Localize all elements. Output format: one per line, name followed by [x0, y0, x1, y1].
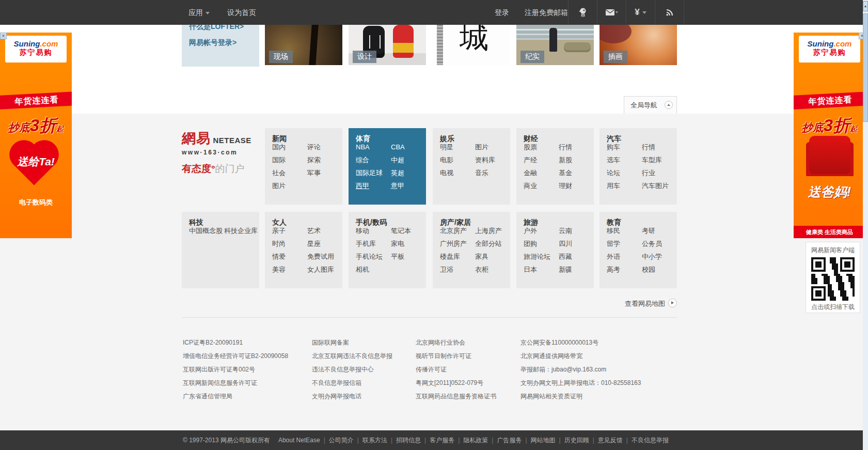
- nav-link[interactable]: 国际: [272, 156, 307, 165]
- nav-link[interactable]: 衣柜: [475, 265, 488, 274]
- nav-link[interactable]: 上海房产: [475, 226, 502, 236]
- lofter-login-link[interactable]: 网易帐号登录>: [189, 38, 236, 48]
- nav-link[interactable]: 云南: [559, 226, 572, 236]
- nav-link[interactable]: 四川: [559, 239, 572, 249]
- nav-link[interactable]: 意甲: [391, 181, 404, 191]
- footer-link[interactable]: 公司简介: [329, 436, 354, 445]
- nav-category-title[interactable]: 科技: [182, 212, 259, 224]
- nav-link[interactable]: 移民: [607, 226, 642, 236]
- nav-link[interactable]: 选车: [607, 156, 642, 165]
- nav-link[interactable]: CBA: [391, 143, 405, 151]
- global-nav-toggle-button[interactable]: 全局导航: [624, 96, 677, 114]
- nav-link[interactable]: 美容: [272, 265, 307, 274]
- footer-link[interactable]: 历史回顾: [564, 436, 589, 445]
- nav-link[interactable]: 家电: [391, 239, 404, 249]
- netease-bird-icon[interactable]: [568, 0, 597, 25]
- legal-link[interactable]: 互联网药品信息服务资格证书: [416, 390, 496, 403]
- nav-category-title[interactable]: 娱乐: [433, 128, 510, 141]
- login-link[interactable]: 登录: [495, 0, 509, 25]
- legal-link[interactable]: 广东省通信管理局: [183, 390, 288, 403]
- suning-ad-left[interactable]: × Suning.com 苏宁易购 年货连连看 抄底3折起 送给Ta! 电子数码…: [0, 33, 72, 238]
- collapse-up-icon[interactable]: [665, 101, 673, 109]
- legal-link[interactable]: 粤网文[2011]0522-079号: [416, 376, 496, 390]
- legal-link[interactable]: 互联网出版许可证粤002号: [183, 363, 288, 376]
- footer-link[interactable]: 招聘信息: [396, 436, 421, 445]
- nav-link[interactable]: 用车: [607, 181, 642, 191]
- nav-link[interactable]: 国际足球: [356, 168, 391, 178]
- money-icon[interactable]: ¥: [626, 0, 655, 25]
- nav-link[interactable]: 西甲: [356, 181, 391, 191]
- nav-link[interactable]: 明星: [440, 143, 475, 152]
- legal-link[interactable]: ICP证粤B2-20090191: [183, 336, 288, 349]
- nav-link[interactable]: 考研: [642, 226, 655, 236]
- nav-link[interactable]: 卫浴: [440, 265, 475, 274]
- nav-link[interactable]: 车型库: [642, 156, 662, 165]
- nav-link[interactable]: 外语: [607, 252, 642, 261]
- nav-link[interactable]: 中小学: [642, 252, 662, 261]
- footer-link[interactable]: 隐私政策: [463, 436, 488, 445]
- photo-tile-scene[interactable]: 现场: [265, 25, 342, 65]
- nav-link[interactable]: 军事: [307, 168, 321, 178]
- nav-link[interactable]: 新疆: [559, 265, 572, 274]
- nav-link[interactable]: 产经: [524, 156, 559, 165]
- photo-tile-documentary[interactable]: 纪实: [516, 25, 594, 65]
- nav-link[interactable]: 行情: [559, 143, 572, 152]
- nav-link[interactable]: 楼盘库: [440, 252, 475, 261]
- nav-link[interactable]: 平板: [391, 252, 404, 261]
- legal-link[interactable]: 北京网络行业协会: [416, 336, 496, 349]
- nav-link[interactable]: 全部分站: [475, 239, 502, 249]
- nav-link[interactable]: 手机库: [356, 239, 391, 249]
- photo-tile-design[interactable]: 设计: [349, 25, 426, 65]
- nav-link[interactable]: 时尚: [272, 239, 307, 249]
- legal-link[interactable]: 国际联网备案: [312, 336, 392, 349]
- legal-link[interactable]: 增值电信业务经营许可证B2-20090058: [183, 349, 288, 363]
- nav-link[interactable]: 行业: [642, 168, 655, 178]
- nav-link[interactable]: 英超: [391, 168, 404, 178]
- nav-link[interactable]: 评论: [307, 143, 321, 152]
- footer-link[interactable]: 不良信息举报: [632, 436, 669, 445]
- nav-link[interactable]: 科技企业库: [224, 226, 258, 236]
- legal-link[interactable]: 视听节目制作许可证: [416, 349, 496, 363]
- nav-category-title[interactable]: 体育: [349, 128, 426, 141]
- legal-link[interactable]: 文明办网举报电话: [312, 390, 392, 403]
- nav-link[interactable]: 高考: [607, 265, 642, 274]
- legal-link[interactable]: 举报邮箱：jubao@vip.163.com: [520, 363, 641, 376]
- nav-link[interactable]: NBA: [356, 143, 391, 151]
- legal-link[interactable]: 不良信息举报信箱: [312, 376, 392, 390]
- nav-link[interactable]: 商业: [524, 181, 559, 191]
- set-homepage-link[interactable]: 设为首页: [227, 0, 256, 25]
- nav-link[interactable]: 汽车图片: [642, 181, 669, 191]
- nav-category-title[interactable]: 手机/数码: [349, 212, 426, 224]
- nav-category-title[interactable]: 汽车: [599, 128, 677, 141]
- nav-link[interactable]: 相机: [356, 265, 391, 274]
- scroll-up-arrow-icon[interactable]: ▲: [863, 1, 868, 11]
- register-mailbox-link[interactable]: 注册免费邮箱: [525, 0, 568, 25]
- nav-category-title[interactable]: 教育: [599, 212, 677, 224]
- footer-link[interactable]: 意见反馈: [598, 436, 623, 445]
- nav-link[interactable]: 公务员: [642, 239, 662, 249]
- footer-link[interactable]: 客户服务: [430, 436, 454, 445]
- nav-link[interactable]: 免费试用: [307, 252, 334, 261]
- nav-link[interactable]: 购车: [607, 143, 642, 152]
- photo-tile-illustration[interactable]: 插画: [599, 25, 677, 65]
- nav-link[interactable]: 资料库: [475, 156, 495, 165]
- nav-category-title[interactable]: 房产/家居: [433, 212, 510, 224]
- footer-link[interactable]: 联系方法: [362, 436, 387, 445]
- nav-link[interactable]: 情爱: [272, 252, 307, 261]
- nav-link[interactable]: 留学: [607, 239, 642, 249]
- nav-link[interactable]: 论坛: [607, 168, 642, 178]
- rss-icon[interactable]: [655, 0, 684, 25]
- legal-link[interactable]: 传播许可证: [416, 363, 496, 376]
- nav-link[interactable]: 日本: [524, 265, 559, 274]
- nav-link[interactable]: 理财: [559, 181, 572, 191]
- nav-link[interactable]: 团购: [524, 239, 559, 249]
- nav-link[interactable]: 广州房产: [440, 239, 475, 249]
- nav-link[interactable]: 社会: [272, 168, 307, 178]
- legal-link[interactable]: 文明办网文明上网举报电话：010-82558163: [520, 376, 641, 390]
- nav-link[interactable]: 股票: [524, 143, 559, 152]
- legal-link[interactable]: 北京互联网违法不良信息举报: [312, 349, 392, 363]
- nav-link[interactable]: 基金: [559, 168, 572, 178]
- footer-link[interactable]: About NetEase: [278, 437, 320, 444]
- nav-link[interactable]: 新股: [559, 156, 572, 165]
- nav-link[interactable]: 图片: [272, 181, 307, 191]
